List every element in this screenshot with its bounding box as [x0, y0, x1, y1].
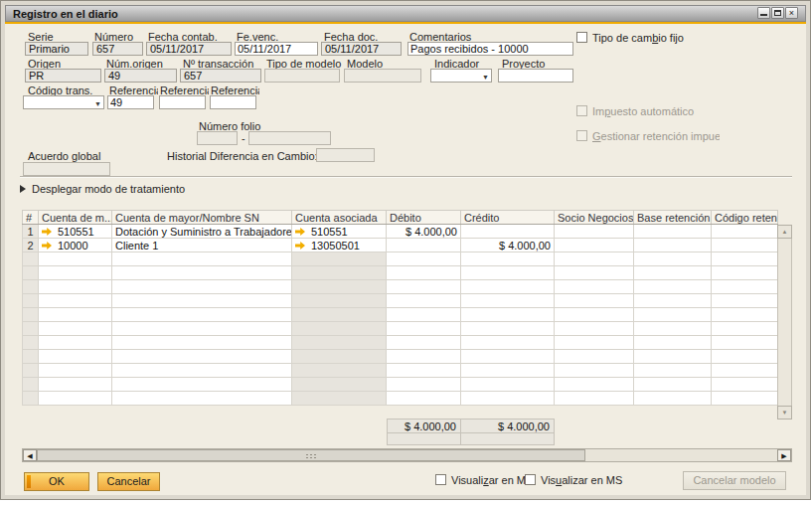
codigo-trans-dropdown[interactable]: ▼ — [23, 95, 104, 109]
column-header-cuenta-asociada[interactable]: Cuenta asociada — [292, 211, 387, 225]
retention-code-cell[interactable] — [712, 336, 778, 350]
associated-account-cell[interactable] — [292, 336, 387, 350]
business-partner-cell[interactable] — [555, 252, 634, 266]
business-partner-cell[interactable] — [555, 239, 634, 252]
close-button[interactable]: × — [785, 7, 798, 19]
account-name-cell[interactable] — [112, 378, 292, 392]
business-partner-cell[interactable] — [555, 350, 634, 364]
row-number-cell[interactable]: 2 — [23, 239, 39, 252]
retention-base-cell[interactable] — [634, 364, 712, 378]
account-name-cell[interactable] — [112, 266, 292, 280]
debit-cell[interactable] — [387, 392, 461, 406]
debit-cell[interactable] — [387, 322, 461, 336]
column-header-socio-negocios[interactable]: Socio Negocios — [555, 211, 634, 225]
business-partner-cell[interactable] — [555, 322, 634, 336]
window-titlebar[interactable]: Registro en el diario — [5, 5, 806, 22]
account-code-cell[interactable] — [39, 336, 112, 350]
account-code-cell[interactable] — [39, 350, 112, 364]
account-name-cell[interactable] — [112, 308, 292, 322]
credit-cell[interactable] — [461, 392, 555, 406]
tipo-cambio-fijo-checkbox[interactable]: Tipo de cambio fijo — [576, 32, 684, 44]
account-name-cell[interactable] — [112, 294, 292, 308]
link-arrow-icon[interactable] — [42, 228, 52, 237]
referencia3-input[interactable] — [210, 95, 256, 109]
retention-code-cell[interactable] — [712, 350, 778, 364]
empty-journal-line-row[interactable] — [23, 308, 778, 322]
chevron-down-icon[interactable]: ▼ — [94, 98, 101, 109]
row-number-cell[interactable] — [23, 308, 39, 322]
referencia2-input[interactable] — [159, 95, 206, 109]
business-partner-cell[interactable] — [555, 308, 634, 322]
account-name-cell[interactable] — [112, 322, 292, 336]
fe-venc-input[interactable] — [235, 42, 318, 56]
associated-account-cell[interactable] — [292, 308, 387, 322]
retention-code-cell[interactable] — [712, 239, 778, 252]
referencia1-input[interactable] — [107, 95, 154, 109]
column-header-cuenta-mayor-nombre[interactable]: Cuenta de mayor/Nombre SN — [112, 211, 292, 225]
empty-journal-line-row[interactable] — [23, 322, 778, 336]
debit-cell[interactable] — [387, 252, 461, 266]
retention-code-cell[interactable] — [712, 308, 778, 322]
credit-cell[interactable] — [461, 266, 555, 280]
empty-journal-line-row[interactable] — [23, 336, 778, 350]
associated-account-cell[interactable]: 510551 — [292, 225, 387, 239]
debit-cell[interactable] — [387, 336, 461, 350]
retention-code-cell[interactable] — [712, 392, 778, 406]
empty-journal-line-row[interactable] — [23, 378, 778, 392]
column-header-debito[interactable]: Débito — [387, 211, 461, 225]
retention-code-cell[interactable] — [712, 378, 778, 392]
debit-cell[interactable] — [387, 266, 461, 280]
account-name-cell[interactable]: Dotación y Suministro a Trabajadores — [112, 225, 292, 239]
account-code-cell[interactable] — [39, 322, 112, 336]
associated-account-cell[interactable] — [292, 322, 387, 336]
column-header-base-retencion[interactable]: Base retención — [634, 211, 712, 225]
account-code-cell[interactable] — [39, 266, 112, 280]
retention-base-cell[interactable] — [634, 378, 712, 392]
retention-base-cell[interactable] — [634, 266, 712, 280]
retention-base-cell[interactable] — [634, 225, 712, 239]
row-number-cell[interactable] — [23, 336, 39, 350]
chevron-down-icon[interactable]: ▼ — [482, 72, 489, 83]
row-number-cell[interactable] — [23, 364, 39, 378]
row-number-cell[interactable] — [23, 322, 39, 336]
debit-cell[interactable] — [387, 308, 461, 322]
account-name-cell[interactable] — [112, 364, 292, 378]
account-name-cell[interactable] — [112, 252, 292, 266]
empty-journal-line-row[interactable] — [23, 294, 778, 308]
business-partner-cell[interactable] — [555, 378, 634, 392]
scrollbar-thumb[interactable] — [37, 449, 585, 461]
retention-base-cell[interactable] — [634, 239, 712, 252]
link-arrow-icon[interactable] — [295, 228, 305, 237]
associated-account-cell[interactable] — [292, 252, 387, 266]
row-number-cell[interactable]: 1 — [23, 225, 39, 239]
retention-code-cell[interactable] — [712, 266, 778, 280]
business-partner-cell[interactable] — [555, 280, 634, 294]
retention-base-cell[interactable] — [634, 294, 712, 308]
credit-cell[interactable] — [461, 378, 555, 392]
ok-button[interactable]: OK — [24, 472, 89, 491]
account-code-cell[interactable] — [39, 364, 112, 378]
business-partner-cell[interactable] — [555, 294, 634, 308]
debit-cell[interactable] — [387, 239, 461, 252]
retention-code-cell[interactable] — [712, 280, 778, 294]
row-number-cell[interactable] — [23, 392, 39, 406]
visualizar-ms-checkbox[interactable]: Visualizar en MS — [525, 474, 622, 486]
retention-base-cell[interactable] — [634, 336, 712, 350]
credit-cell[interactable] — [461, 308, 555, 322]
retention-code-cell[interactable] — [712, 322, 778, 336]
retention-code-cell[interactable] — [712, 252, 778, 266]
debit-cell[interactable] — [387, 364, 461, 378]
scroll-up-button[interactable]: ▲ — [777, 225, 792, 239]
debit-cell[interactable] — [387, 280, 461, 294]
empty-journal-line-row[interactable] — [23, 252, 778, 266]
associated-account-cell[interactable] — [292, 266, 387, 280]
empty-journal-line-row[interactable] — [23, 266, 778, 280]
retention-base-cell[interactable] — [634, 322, 712, 336]
credit-cell[interactable] — [461, 252, 555, 266]
comentarios-input[interactable] — [407, 42, 573, 56]
journal-line-row[interactable]: 1 510551 Dotación y Suministro a Trabaja… — [23, 225, 778, 239]
retention-base-cell[interactable] — [634, 308, 712, 322]
empty-journal-line-row[interactable] — [23, 364, 778, 378]
empty-journal-line-row[interactable] — [23, 350, 778, 364]
row-number-cell[interactable] — [23, 266, 39, 280]
